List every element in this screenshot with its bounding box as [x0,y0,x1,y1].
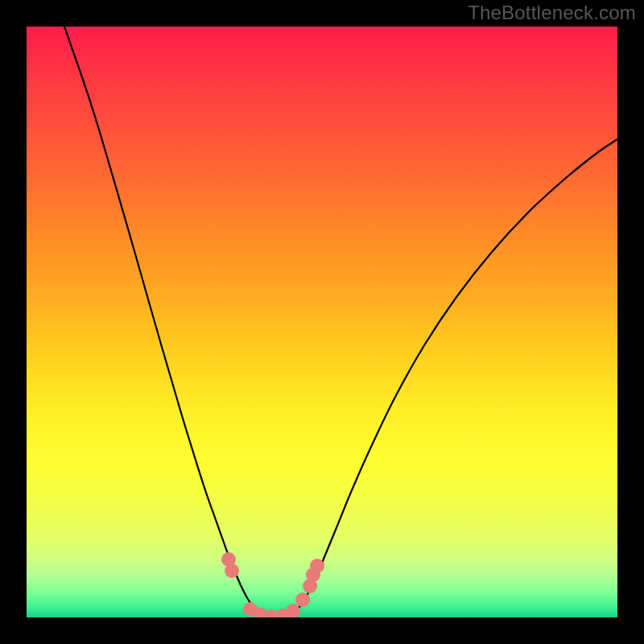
chart-svg [27,27,617,617]
data-marker [225,564,239,578]
data-marker [310,559,324,573]
gradient-background [27,27,617,617]
plot-area [27,27,617,617]
data-marker [295,592,310,607]
chart-frame: TheBottleneck.com [0,0,644,644]
watermark-text: TheBottleneck.com [468,2,636,24]
